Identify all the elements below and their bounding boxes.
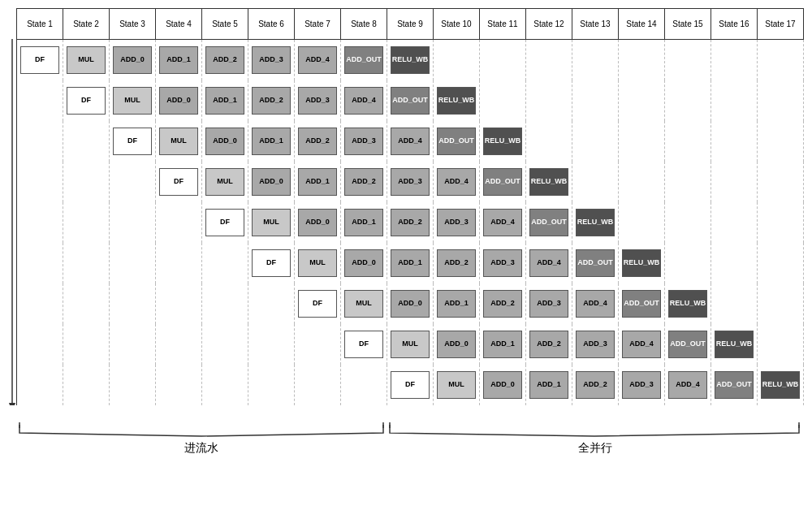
cell-r3-c10: ADD_OUT <box>480 162 526 202</box>
stage-ADD_OUT-r5: ADD_OUT <box>576 249 615 277</box>
stage-ADD_0-r8: ADD_0 <box>483 371 522 399</box>
cell-r4-c8: ADD_2 <box>387 202 434 243</box>
cell-r0-c11 <box>526 40 572 80</box>
stage-ADD_OUT-r1: ADD_OUT <box>391 87 430 115</box>
cell-r2-c5: ADD_1 <box>248 121 295 162</box>
cell-r4-c5: MUL <box>248 202 295 243</box>
cell-r6-c12: ADD_4 <box>572 283 619 324</box>
cell-r6-c10: ADD_2 <box>480 283 526 324</box>
stage-DF-r0: DF <box>20 46 59 74</box>
cell-r6-c4 <box>202 283 248 324</box>
state-header-6: State 6 <box>248 9 295 40</box>
cell-r6-c6: DF <box>295 283 341 324</box>
cell-r7-c12: ADD_3 <box>572 324 619 365</box>
stage-ADD_2-r4: ADD_2 <box>391 209 430 236</box>
cell-r2-c16 <box>758 121 804 162</box>
cell-r7-c9: ADD_0 <box>434 324 480 365</box>
stage-ADD_1-r0: ADD_1 <box>159 46 198 74</box>
cell-r7-c8: MUL <box>387 324 434 365</box>
stage-ADD_OUT-r0: ADD_OUT <box>344 46 383 74</box>
stage-DF-r1: DF <box>67 87 106 115</box>
stage-ADD_3-r5: ADD_3 <box>483 249 522 277</box>
cell-r3-c8: ADD_3 <box>387 162 434 202</box>
cell-r5-c11: ADD_4 <box>526 243 572 283</box>
cell-r7-c11: ADD_2 <box>526 324 572 365</box>
stage-ADD_2-r2: ADD_2 <box>298 128 337 155</box>
stage-DF-r2: DF <box>113 128 152 155</box>
cell-r5-c10: ADD_3 <box>480 243 526 283</box>
stage-RELU_WB-r2: RELU_WB <box>483 128 522 155</box>
cell-r2-c1 <box>63 121 110 162</box>
cell-r7-c4 <box>202 324 248 365</box>
stage-ADD_4-r6: ADD_4 <box>576 290 615 318</box>
cell-r6-c1 <box>63 283 110 324</box>
stage-ADD_2-r7: ADD_2 <box>529 331 568 358</box>
cell-r0-c14 <box>665 40 711 80</box>
cell-r6-c7: MUL <box>341 283 387 324</box>
stage-ADD_0-r5: ADD_0 <box>344 249 383 277</box>
cell-r6-c9: ADD_1 <box>434 283 480 324</box>
cell-r3-c3: DF <box>156 162 202 202</box>
svg-marker-1 <box>9 403 15 405</box>
state-header-12: State 12 <box>526 9 572 40</box>
stage-ADD_4-r5: ADD_4 <box>529 249 568 277</box>
cell-r1-c6: ADD_3 <box>295 80 341 121</box>
cell-r2-c13 <box>619 121 665 162</box>
cell-r5-c12: ADD_OUT <box>572 243 619 283</box>
stage-ADD_0-r0: ADD_0 <box>113 46 152 74</box>
bottom-annotations: 进流水 全并行 <box>8 422 804 456</box>
cell-r1-c16 <box>758 80 804 121</box>
main-container: State 1State 2State 3State 4State 5State… <box>0 0 812 456</box>
stage-ADD_3-r2: ADD_3 <box>344 128 383 155</box>
cell-r2-c14 <box>665 121 711 162</box>
cell-r3-c4: MUL <box>202 162 248 202</box>
cell-r4-c7: ADD_1 <box>341 202 387 243</box>
stage-ADD_0-r7: ADD_0 <box>437 331 476 358</box>
cell-r8-c16: RELU_WB <box>758 365 804 405</box>
state-header-11: State 11 <box>480 9 526 40</box>
stage-ADD_3-r4: ADD_3 <box>437 209 476 236</box>
cell-r2-c4: ADD_0 <box>202 121 248 162</box>
cell-r5-c7: ADD_0 <box>341 243 387 283</box>
cell-r2-c7: ADD_3 <box>341 121 387 162</box>
cell-r2-c11 <box>526 121 572 162</box>
stage-ADD_OUT-r7: ADD_OUT <box>668 331 707 358</box>
cell-r7-c1 <box>63 324 110 365</box>
cell-r1-c0 <box>17 80 63 121</box>
cell-r8-c7 <box>341 365 387 405</box>
stage-ADD_1-r2: ADD_1 <box>252 128 291 155</box>
cell-r8-c10: ADD_0 <box>480 365 526 405</box>
cell-r1-c9: RELU_WB <box>434 80 480 121</box>
stage-DF-r6: DF <box>298 290 337 318</box>
cell-r0-c7: ADD_OUT <box>341 40 387 80</box>
cell-r7-c13: ADD_4 <box>619 324 665 365</box>
stage-MUL-r8: MUL <box>437 371 476 399</box>
stage-ADD_OUT-r2: ADD_OUT <box>437 128 476 155</box>
stage-ADD_0-r1: ADD_0 <box>159 87 198 115</box>
stage-DF-r4: DF <box>205 209 244 236</box>
cell-r4-c1 <box>63 202 110 243</box>
cell-r2-c10: RELU_WB <box>480 121 526 162</box>
stage-ADD_1-r3: ADD_1 <box>298 168 337 196</box>
cell-r1-c15 <box>711 80 758 121</box>
stage-ADD_OUT-r3: ADD_OUT <box>483 168 522 196</box>
cell-r8-c0 <box>17 365 63 405</box>
cell-r0-c9 <box>434 40 480 80</box>
cell-r8-c14: ADD_4 <box>665 365 711 405</box>
cell-r4-c15 <box>711 202 758 243</box>
state-header-13: State 13 <box>572 9 619 40</box>
stage-ADD_3-r8: ADD_3 <box>622 371 661 399</box>
stage-ADD_4-r3: ADD_4 <box>437 168 476 196</box>
parallel-label: 全并行 <box>578 441 612 456</box>
cell-r5-c3 <box>156 243 202 283</box>
cell-r6-c16 <box>758 283 804 324</box>
state-header-4: State 4 <box>156 9 202 40</box>
stage-ADD_3-r1: ADD_3 <box>298 87 337 115</box>
state-header-7: State 7 <box>295 9 341 40</box>
cell-r4-c10: ADD_4 <box>480 202 526 243</box>
cell-r8-c6 <box>295 365 341 405</box>
cell-r3-c5: ADD_0 <box>248 162 295 202</box>
stage-DF-r3: DF <box>159 168 198 196</box>
cell-r3-c9: ADD_4 <box>434 162 480 202</box>
cell-r0-c3: ADD_1 <box>156 40 202 80</box>
